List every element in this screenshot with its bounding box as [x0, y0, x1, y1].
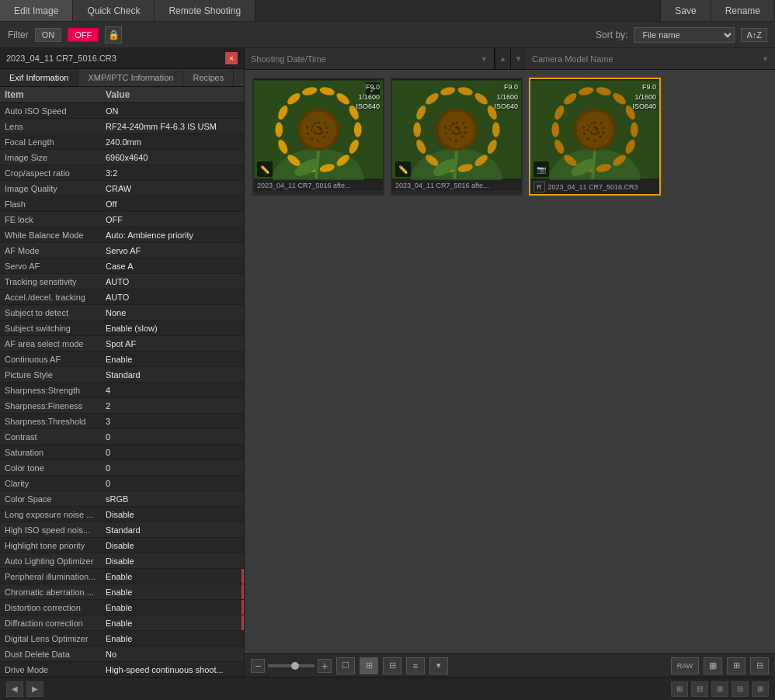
svg-point-22: [306, 126, 308, 129]
svg-point-9: [275, 122, 283, 137]
nav-prev-button[interactable]: ◀: [6, 681, 23, 697]
svg-point-72: [449, 138, 451, 140]
exif-value: Disable: [106, 510, 239, 519]
exif-item-label: Diffraction correction: [5, 619, 106, 628]
exif-row: Color SpacesRGB: [0, 491, 244, 507]
svg-point-116: [600, 122, 603, 124]
exif-row: FE lockOFF: [0, 212, 244, 227]
filter-off-button[interactable]: OFF: [68, 28, 99, 42]
thumbnail-item[interactable]: ⤢F9.01/1600ISO640✏️2023_04_11 CR7_5016 a…: [252, 78, 384, 196]
filter-on-button[interactable]: ON: [35, 28, 62, 42]
exif-value: 3: [106, 417, 239, 426]
extra-btn-3[interactable]: ⊞: [711, 681, 728, 697]
exif-row: Dust Delete DataNo: [0, 646, 244, 662]
zoom-slider[interactable]: [268, 664, 315, 667]
exif-value: Enable: [106, 355, 239, 364]
histogram-button[interactable]: ▦: [704, 657, 722, 674]
exif-value: Disable: [106, 556, 239, 566]
camera-model-label: Camera Model Name: [532, 54, 613, 64]
svg-point-111: [603, 126, 605, 129]
close-button[interactable]: ×: [225, 52, 238, 64]
sort-order-button[interactable]: A↑Z: [741, 28, 767, 42]
exif-value: Enable: [106, 603, 239, 612]
raw-view-button[interactable]: RAW: [671, 657, 699, 674]
exif-item-label: Sharpness:Strength: [5, 386, 106, 395]
thumbs-medium-button[interactable]: ⊟: [750, 657, 769, 674]
panel-title: 2023_04_11 CR7_5016.CR3: [6, 54, 116, 63]
thumb-exposure-overlay: F9.01/1600ISO640: [632, 82, 656, 112]
lock-icon[interactable]: 🔒: [105, 26, 122, 43]
view-list-button[interactable]: ≡: [406, 657, 425, 674]
svg-point-115: [587, 129, 589, 131]
left-panel: 2023_04_11 CR7_5016.CR3 × Exif Informati…: [0, 48, 245, 677]
edit-image-button[interactable]: Edit Image: [0, 0, 73, 21]
right-area: Shooting Date/Time ▼ ▲ ▼ Camera Model Na…: [245, 48, 775, 677]
svg-point-35: [311, 129, 313, 131]
zoom-slider-container: − +: [251, 659, 332, 673]
thumbnail-item[interactable]: F9.01/1600ISO640✏️2023_04_11 CR7_5016 af…: [391, 78, 523, 196]
shooting-date-filter[interactable]: Shooting Date/Time ▼: [245, 48, 495, 69]
svg-point-42: [492, 122, 500, 137]
svg-point-19: [314, 131, 316, 133]
svg-point-34: [321, 131, 323, 133]
exif-value: 6960x4640: [106, 153, 239, 162]
extra-btn-1[interactable]: ⊞: [671, 681, 688, 697]
view-grid-button[interactable]: ⊟: [383, 657, 401, 674]
svg-point-59: [452, 131, 454, 133]
camera-model-filter[interactable]: Camera Model Name ▼: [526, 48, 775, 69]
zoom-plus-button[interactable]: +: [318, 659, 332, 673]
nav-next-button[interactable]: ▶: [26, 681, 43, 697]
svg-point-73: [455, 126, 457, 129]
remote-shooting-button[interactable]: Remote Shooting: [155, 0, 255, 21]
svg-point-32: [311, 138, 313, 140]
exif-item-label: Highlight tone priority: [5, 541, 106, 550]
exif-value: 240.0mm: [106, 137, 239, 147]
exif-item-label: Image Quality: [5, 184, 106, 193]
sort-select[interactable]: File name Date/Time Rating Size: [634, 27, 735, 43]
filter-label: Filter: [8, 29, 29, 40]
extra-btn-5[interactable]: ⊞: [752, 681, 769, 697]
rename-button[interactable]: Rename: [711, 0, 775, 21]
svg-point-76: [462, 122, 464, 124]
extra-btn-4[interactable]: ⊟: [732, 681, 749, 697]
save-button[interactable]: Save: [660, 0, 711, 21]
svg-point-66: [464, 132, 467, 134]
exif-value: 0: [106, 479, 239, 488]
exif-row: Auto ISO SpeedON: [0, 103, 244, 119]
exif-item-label: Image Size: [5, 153, 106, 162]
exif-value: ON: [106, 106, 239, 116]
extra-btn-2[interactable]: ⊟: [691, 681, 708, 697]
svg-point-102: [582, 126, 585, 129]
col-header-item: Item: [5, 89, 106, 100]
view-compare-button[interactable]: ⊞: [360, 657, 378, 674]
zoom-minus-button[interactable]: −: [251, 659, 265, 673]
view-single-button[interactable]: ☐: [336, 657, 355, 674]
svg-point-117: [593, 140, 596, 142]
tab-recipes[interactable]: Recipes: [183, 69, 234, 86]
exif-item-label: Color tone: [5, 463, 106, 473]
exif-item-label: Focal Length: [5, 137, 106, 147]
svg-point-104: [593, 133, 595, 135]
exif-row: White Balance ModeAuto: Ambience priorit…: [0, 227, 244, 243]
exif-value: Disable: [106, 541, 239, 550]
exif-item-label: Digital Lens Optimizer: [5, 634, 106, 643]
shooting-date-arrow: ▼: [481, 55, 488, 63]
svg-point-97: [577, 112, 613, 148]
view-chevron-button[interactable]: ▾: [429, 657, 448, 674]
tab-xmp[interactable]: XMP/IPTC Information: [78, 69, 183, 86]
filter-scroll-down[interactable]: ▼: [510, 48, 526, 69]
exif-row: Long exposure noise ...Disable: [0, 507, 244, 522]
zoom-thumb[interactable]: [291, 662, 299, 670]
svg-point-62: [444, 126, 447, 129]
thumbs-small-button[interactable]: ⊞: [727, 657, 745, 674]
svg-point-61: [461, 136, 464, 138]
exif-value: Enable: [106, 572, 239, 581]
quick-check-button[interactable]: Quick Check: [73, 0, 155, 21]
tab-exif[interactable]: Exif Information: [0, 69, 78, 86]
exif-row: AF area select modeSpot AF: [0, 336, 244, 352]
filter-scroll-up[interactable]: ▲: [495, 48, 510, 69]
thumbnail-item[interactable]: F9.01/1600ISO640📷R2023_04_11 CR7_5016.CR…: [529, 78, 661, 196]
svg-point-99: [590, 131, 593, 133]
svg-point-113: [593, 126, 596, 129]
exif-row: Sharpness:Strength4: [0, 383, 244, 398]
